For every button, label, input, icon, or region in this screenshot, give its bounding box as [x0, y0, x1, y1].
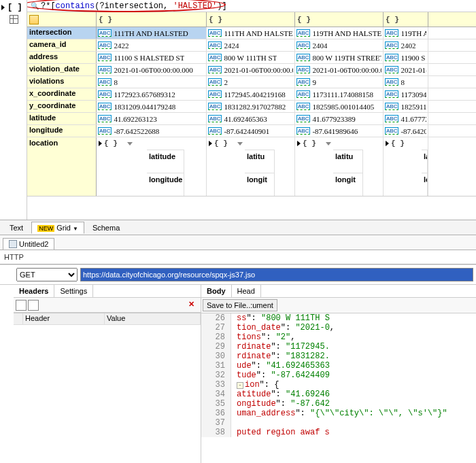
line-number: 36 — [201, 409, 231, 418]
header-col-2[interactable]: { } — [295, 12, 384, 27]
triangle-down-icon[interactable] — [237, 142, 243, 145]
cell[interactable]: ABC2021-01-06T00:00:00.000 — [207, 64, 295, 75]
header-col-1[interactable]: { } — [207, 12, 295, 27]
fold-icon[interactable]: - — [237, 382, 243, 389]
filter-expression[interactable]: ?*[contains(?intersection, 'HALSTED')] — [41, 1, 227, 11]
row-name: violations — [27, 76, 97, 88]
cell[interactable]: ABC2424 — [207, 39, 295, 51]
code-line: 35ongitude": "-87.642 — [201, 399, 476, 409]
cell[interactable]: ABC1831282.917027882 — [207, 101, 295, 112]
cell-value: 119TH AND HALSTED — [312, 29, 381, 37]
code-line: 30rdinate": "1831282. — [201, 351, 476, 361]
cell[interactable]: ABC41.677923389 — [295, 113, 384, 124]
cell[interactable]: ABC1173111.174088158 — [295, 88, 384, 100]
response-code[interactable]: 26ss": "800 W 111TH S27tion_date": "2021… — [201, 313, 476, 463]
cell[interactable]: ABC8 — [97, 76, 207, 88]
type-tag-icon: ABC — [208, 29, 222, 37]
file-icon — [9, 240, 17, 248]
http-url-input[interactable] — [80, 268, 473, 281]
header-col-3[interactable]: { } — [384, 12, 428, 27]
cell[interactable]: ABC41.67772( — [384, 113, 428, 124]
cell[interactable]: ABC11900 S H — [384, 52, 428, 63]
cell[interactable]: ABC800 W 111TH ST — [207, 52, 295, 63]
cell[interactable]: ABC1831209.044179248 — [97, 101, 207, 112]
code-line: 36uman_address": "{\"\"city\": \"\", \"s… — [201, 409, 476, 418]
headers-table: Header Value — [14, 313, 201, 325]
cell[interactable]: ABC1825911.0 — [384, 101, 428, 112]
triangle-right-icon[interactable] — [386, 141, 389, 146]
header-name-col[interactable] — [27, 12, 97, 27]
type-tag-icon: ABC — [385, 41, 398, 49]
filter-bar[interactable]: 🔍 ?*[contains(?intersection, 'HALSTED')] — [27, 0, 476, 12]
cell[interactable]: ABC111TH AND HALSTED — [97, 27, 207, 39]
cell-value: 41.692465363 — [224, 115, 267, 123]
cell[interactable]: ABC2021-01-0 — [384, 64, 428, 75]
cell[interactable]: ABC-87.64205 — [384, 125, 428, 137]
search-icon: 🔍 — [31, 2, 39, 10]
cell[interactable]: ABC111TH AND HALSTED — [207, 27, 295, 39]
tab-body[interactable]: Body — [201, 285, 232, 297]
tab-grid[interactable]: NEWGrid▼ — [31, 222, 84, 234]
cell-value: 41.677923389 — [312, 115, 355, 123]
cell[interactable]: ABC-87.642522688 — [97, 125, 207, 137]
cell[interactable]: ABC2 — [207, 76, 295, 88]
triangle-right-icon[interactable] — [297, 141, 301, 146]
cell[interactable]: ABC-87.641989646 — [295, 125, 384, 137]
grid-icon[interactable] — [10, 15, 18, 24]
cell[interactable]: ABC2021-01-06T00:00:00.0 — [295, 64, 384, 75]
headers-col-blank[interactable] — [14, 313, 23, 324]
code-line: 27tion_date": "2021-0, — [201, 323, 476, 332]
triangle-down-icon[interactable] — [326, 142, 331, 145]
cell-value: 41.67772( — [401, 115, 426, 123]
toolbar-icon[interactable] — [16, 300, 27, 311]
triangle-right-icon[interactable] — [209, 141, 212, 146]
cell[interactable]: ABC-87.642440901 — [207, 125, 295, 137]
toolbar-icon[interactable] — [28, 300, 39, 311]
triangle-down-icon[interactable] — [127, 142, 133, 145]
code-line: 33-ion": { — [201, 380, 476, 390]
cell[interactable]: ABC2402 — [384, 39, 428, 51]
cell-value: 2021-01-06T00:00:00.000 — [114, 66, 192, 74]
triangle-right-icon[interactable] — [99, 141, 102, 146]
cell[interactable]: ABC1173094.7 — [384, 88, 428, 100]
table-row: violationsABC8ABC2ABC9ABC8 — [27, 76, 476, 88]
close-icon[interactable]: ✕ — [185, 300, 197, 311]
file-tab-untitled2[interactable]: Untitled2 — [3, 238, 54, 250]
cell[interactable]: ABC11100 S HALSTED ST — [97, 52, 207, 63]
save-to-file-button[interactable]: Save to File..:ument — [203, 299, 277, 311]
headers-col-value[interactable]: Value — [105, 313, 201, 324]
tab-settings[interactable]: Settings — [54, 285, 93, 297]
headers-col-header[interactable]: Header — [23, 313, 105, 324]
cell[interactable]: ABC1172923.657689312 — [97, 88, 207, 100]
cell[interactable]: ABC41.692465363 — [207, 113, 295, 124]
cell[interactable]: ABC2021-01-06T00:00:00.000 — [97, 64, 207, 75]
row-name-location: location — [27, 137, 97, 196]
tab-schema[interactable]: Schema — [87, 222, 125, 233]
http-method-select[interactable]: GET — [16, 268, 78, 281]
cell[interactable]: ABC2404 — [295, 39, 384, 51]
header-col-0[interactable]: { } — [97, 12, 207, 27]
tab-headers[interactable]: Headers — [14, 285, 54, 297]
tree-root[interactable]: [ ] — [1, 3, 25, 12]
cell[interactable]: ABC41.692263123 — [97, 113, 207, 124]
code-line: 37 — [201, 418, 476, 428]
cell[interactable]: ABC8 — [384, 76, 428, 88]
headers-panel: Headers Settings ✕ Header Value — [14, 285, 201, 463]
cell[interactable]: ABC1172945.404219168 — [207, 88, 295, 100]
type-tag-icon: ABC — [98, 115, 112, 122]
cell-value: -87.64205 — [401, 127, 426, 135]
cell[interactable]: ABC1825985.001014405 — [295, 101, 384, 112]
code-line: 38puted region awaf s — [201, 428, 476, 437]
type-tag-icon: ABC — [208, 78, 222, 86]
cell[interactable]: ABC119TH AND HALSTED — [295, 27, 384, 39]
code-line: 29rdinate": "1172945. — [201, 342, 476, 351]
cell[interactable]: ABC9 — [295, 76, 384, 88]
type-tag-icon: ABC — [385, 115, 398, 122]
type-tag-icon: ABC — [208, 127, 222, 135]
cell[interactable]: ABC800 W 119TH STREET — [295, 52, 384, 63]
cell[interactable]: ABC2422 — [97, 39, 207, 51]
cell[interactable]: ABC119TH AN — [384, 27, 428, 39]
tab-text[interactable]: Text — [4, 222, 29, 233]
type-tag-icon: ABC — [98, 54, 112, 61]
tab-head[interactable]: Head — [232, 285, 261, 297]
